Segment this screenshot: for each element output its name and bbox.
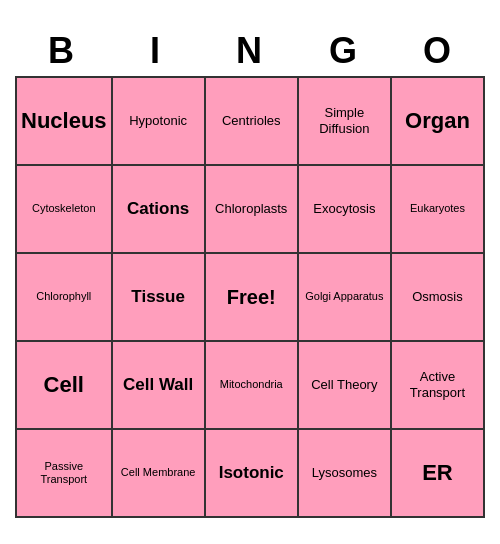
bingo-cell: Lysosomes [299,430,392,518]
bingo-cell: Isotonic [206,430,299,518]
cell-text: Nucleus [21,108,107,134]
bingo-cell: Cell Theory [299,342,392,430]
cell-text: Cytoskeleton [32,202,96,215]
bingo-cell: Cell Membrane [113,430,206,518]
bingo-cell: Simple Diffusion [299,78,392,166]
cell-text: Eukaryotes [410,202,465,215]
bingo-cell: Cations [113,166,206,254]
bingo-cell: Cytoskeleton [17,166,113,254]
cell-text: Mitochondria [220,378,283,391]
cell-text: Chlorophyll [36,290,91,303]
cell-text: Chloroplasts [215,201,287,217]
cell-text: Tissue [131,287,185,307]
cell-text: Golgi Apparatus [305,290,383,303]
header-letter: G [297,26,391,76]
bingo-cell: ER [392,430,485,518]
cell-text: Cell Wall [123,375,193,395]
cell-text: Simple Diffusion [303,105,386,136]
bingo-cell: Mitochondria [206,342,299,430]
cell-text: Organ [405,108,470,134]
bingo-cell: Centrioles [206,78,299,166]
bingo-cell: Golgi Apparatus [299,254,392,342]
bingo-cell: Active Transport [392,342,485,430]
header-letter: B [15,26,109,76]
bingo-cell: Cell Wall [113,342,206,430]
header-letter: N [203,26,297,76]
bingo-grid: NucleusHypotonicCentriolesSimple Diffusi… [15,76,485,518]
cell-text: Free! [227,285,276,309]
cell-text: Exocytosis [313,201,375,217]
bingo-cell: Tissue [113,254,206,342]
bingo-cell: Hypotonic [113,78,206,166]
bingo-cell: Chlorophyll [17,254,113,342]
bingo-cell: Chloroplasts [206,166,299,254]
cell-text: Lysosomes [312,465,377,481]
cell-text: Active Transport [396,369,479,400]
bingo-cell: Organ [392,78,485,166]
cell-text: Hypotonic [129,113,187,129]
cell-text: ER [422,460,453,486]
cell-text: Centrioles [222,113,281,129]
cell-text: Cell [44,372,84,398]
bingo-cell: Cell [17,342,113,430]
bingo-cell: Passive Transport [17,430,113,518]
bingo-header: BINGO [15,26,485,76]
cell-text: Osmosis [412,289,463,305]
bingo-cell: Nucleus [17,78,113,166]
cell-text: Passive Transport [21,460,107,486]
cell-text: Isotonic [219,463,284,483]
bingo-card: BINGO NucleusHypotonicCentriolesSimple D… [15,26,485,518]
bingo-cell: Free! [206,254,299,342]
bingo-cell: Eukaryotes [392,166,485,254]
header-letter: I [109,26,203,76]
bingo-cell: Exocytosis [299,166,392,254]
bingo-cell: Osmosis [392,254,485,342]
cell-text: Cations [127,199,189,219]
cell-text: Cell Membrane [121,466,196,479]
header-letter: O [391,26,485,76]
cell-text: Cell Theory [311,377,377,393]
